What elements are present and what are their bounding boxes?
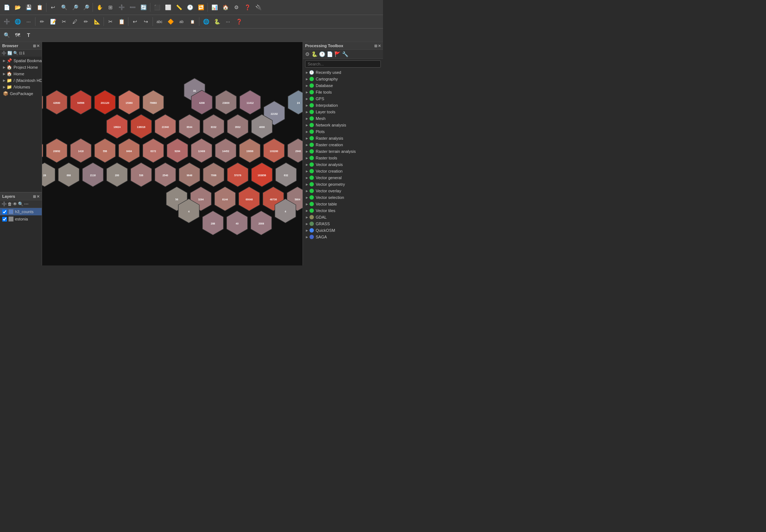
edit-node-button[interactable]: 📝 [48,16,58,27]
toolbox-item-mesh[interactable]: ▶ Mesh [303,115,383,122]
python-button[interactable]: 🐍 [212,16,222,27]
layer-item-estonia[interactable]: estonia [0,215,42,223]
map-area[interactable]: 36 79660 15360 201120 94596 42680 [42,42,303,265]
toolbox-item-raster-analysis[interactable]: ▶ Raster analysis [303,135,383,142]
help-button[interactable]: ❓ [242,2,252,12]
toolbox-item-grass[interactable]: ▶ GRASS [303,220,383,227]
osm-button[interactable]: 🗺 [12,30,23,40]
redo-edit-button[interactable]: ↪ [141,16,151,27]
time-button[interactable]: 🕐 [185,2,195,12]
zoom-out-button[interactable]: 🔎 [81,2,91,12]
toolbox-item-vector-tiles[interactable]: ▶ Vector tiles [303,207,383,214]
settings-btn[interactable]: ⚙ [231,2,241,12]
browser-item-macintosh[interactable]: ▶ 📁 / (Macintosh HD) [0,77,42,84]
refresh-button[interactable]: 🔄 [138,2,149,12]
attributes-button[interactable]: 📋 [116,16,127,27]
layers-visible-btn[interactable]: 👁 [13,201,17,207]
browser-close-icon[interactable]: ✕ [37,44,40,48]
browser-item-volumes[interactable]: ▶ 📁 /Volumes [0,84,42,90]
browser-filter-btn[interactable]: 🔍 [13,51,18,56]
toolbox-item-raster-terrain[interactable]: ▶ Raster terrain analysis [303,148,383,155]
zoom-extent-button[interactable]: ⊞ [105,2,116,12]
toolbox-item-interpolation[interactable]: ▶ Interpolation [303,102,383,109]
toolbox-item-network-analysis[interactable]: ▶ Network analysis [303,122,383,128]
add-layer-button[interactable]: ➕ [1,16,12,27]
more2-btn[interactable]: ··· [223,16,233,27]
layers-remove-btn[interactable]: 🗑 [8,201,12,207]
browser-info-btn[interactable]: ℹ [23,51,25,56]
label-tool3[interactable]: 📋 [187,16,198,27]
toolbox-item-database[interactable]: ▶ Database [303,82,383,89]
layer-estonia-checkbox[interactable] [2,217,7,222]
save-as-button[interactable]: 📋 [34,2,45,12]
toolbox-item-vector-general[interactable]: ▶ Vector general [303,174,383,181]
diagram-button[interactable]: 🔶 [165,16,176,27]
browser-add-btn[interactable]: ➕ [1,51,7,56]
undo-button[interactable]: ↩ [48,2,58,12]
animate-button[interactable]: 🔁 [196,2,206,12]
browser-item-spatial-bookmarks[interactable]: ▶ 📌 Spatial Bookmarks [0,57,42,64]
toolbox-item-quickosm[interactable]: ▶ QuickOSM [303,227,383,234]
toolbox-close-icon[interactable]: ✕ [378,44,381,48]
field-calc-button[interactable]: T [23,30,34,40]
help2-button[interactable]: ❓ [234,16,244,27]
toolbox-doc-icon[interactable]: 📄 [327,51,333,57]
select-button[interactable]: ⬛ [152,2,162,12]
add-wms-button[interactable]: 🌐 [12,16,23,27]
toolbox-item-vector-table[interactable]: ▶ Vector table [303,201,383,207]
plugins-button[interactable]: 🔌 [253,2,263,12]
digitize-button[interactable]: ✂ [59,16,69,27]
layers-more-btn[interactable]: ⋯ [24,201,29,207]
browser-item-geopackage[interactable]: 📦 GeoPackage [0,90,42,97]
tips-button[interactable]: 🏠 [220,2,230,12]
deselect-button[interactable]: ⬜ [163,2,173,12]
zoom-minus-button[interactable]: ➖ [127,2,138,12]
toolbox-item-vector-overlay[interactable]: ▶ Vector overlay [303,188,383,194]
measure-button[interactable]: 📏 [174,2,184,12]
toolbox-item-raster-creation[interactable]: ▶ Raster creation [303,142,383,148]
toolbox-item-vector-selection[interactable]: ▶ Vector selection [303,194,383,201]
toolbox-item-file-tools[interactable]: ▶ File tools [303,89,383,95]
zoom-in-button[interactable]: 🔎 [70,2,80,12]
toolbox-run-icon[interactable]: ⚙ [305,51,310,57]
toolbox-item-saga[interactable]: ▶ SAGA [303,234,383,240]
layer-h3-checkbox[interactable] [2,210,7,214]
snapping-button[interactable]: 🖊 [70,16,80,27]
zoom-layer-button[interactable]: ➕ [116,2,127,12]
toolbox-settings-icon[interactable]: 🔧 [342,51,348,57]
browser-collapse-btn[interactable]: ⊟ [19,51,22,56]
edit-pencil-button[interactable]: ✏ [37,16,47,27]
shape-button[interactable]: 📐 [92,16,102,27]
toolbox-item-gdal[interactable]: ▶ GDAL [303,214,383,220]
layer-tree-button[interactable]: 📊 [209,2,219,12]
label-button[interactable]: abc [154,16,165,27]
search-button[interactable]: 🔍 [59,2,69,12]
undo-edit-button[interactable]: ↩ [130,16,140,27]
new-project-button[interactable]: 📄 [1,2,12,12]
advanced-dig-button[interactable]: ✏ [81,16,91,27]
toolbox-item-vector-geometry[interactable]: ▶ Vector geometry [303,181,383,188]
toolbox-item-cartography[interactable]: ▶ Cartography [303,76,383,82]
pan-button[interactable]: ✋ [94,2,105,12]
open-project-button[interactable]: 📂 [12,2,23,12]
locate-button[interactable]: 🔍 [1,30,12,40]
toolbox-item-vector-creation[interactable]: ▶ Vector creation [303,168,383,174]
layers-filter-btn[interactable]: 🔍 [18,201,23,207]
more-btn[interactable]: ··· [23,16,34,27]
toolbox-flag-icon[interactable]: 🚩 [334,51,341,57]
browser-refresh-btn[interactable]: 🔄 [7,51,12,56]
label-tool2[interactable]: ab [176,16,187,27]
toolbox-item-layer-tools[interactable]: ▶ Layer tools [303,109,383,115]
browser-float-icon[interactable]: ⊞ [33,44,36,48]
toolbox-item-vector-analysis[interactable]: ▶ Vector analysis [303,161,383,168]
browser-item-home[interactable]: ▶ 🏠 Home [0,71,42,77]
toolbox-item-gps[interactable]: ▶ GPS [303,95,383,102]
toolbox-item-raster-tools[interactable]: ▶ Raster tools [303,155,383,161]
toolbox-python-icon[interactable]: 🐍 [311,51,318,57]
layers-float-icon[interactable]: ⊞ [33,195,36,199]
toolbox-recent-icon[interactable]: 🕐 [319,51,325,57]
toolbox-search-input[interactable] [305,60,381,68]
save-project-button[interactable]: 💾 [23,2,34,12]
layer-item-h3-counts[interactable]: h3_counts [0,208,42,215]
cut-feature-button[interactable]: ✂ [105,16,116,27]
